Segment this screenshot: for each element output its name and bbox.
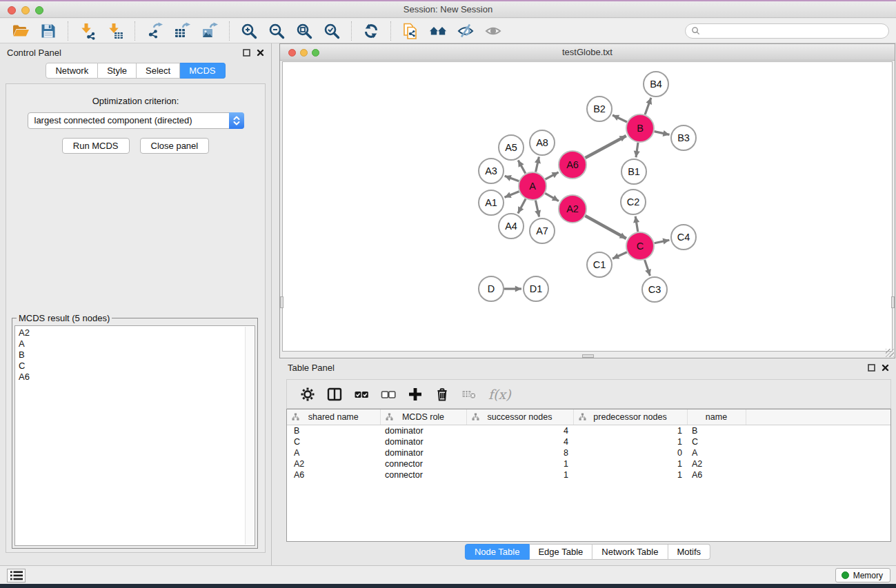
graph-edge-A-A5[interactable]	[518, 160, 526, 173]
graph-node-B2[interactable]: B2	[587, 97, 612, 121]
zoom-out-button[interactable]	[263, 20, 290, 42]
table-cell[interactable]: A6	[687, 469, 746, 480]
graph-node-C3[interactable]: C3	[642, 277, 667, 302]
graph-node-A8[interactable]: A8	[530, 130, 555, 155]
table-cell[interactable]: C	[687, 436, 746, 447]
graph-node-B4[interactable]: B4	[644, 72, 668, 97]
frame-resize-handle-bottom[interactable]	[582, 354, 594, 358]
graph-edge-B-B3[interactable]	[655, 132, 670, 135]
graph-node-C1[interactable]: C1	[587, 252, 612, 277]
graph-edge-A-A1[interactable]	[505, 192, 519, 197]
table-cell[interactable]: 8	[466, 447, 573, 458]
table-cell[interactable]: 1	[466, 458, 573, 469]
search-field[interactable]	[685, 23, 889, 39]
graph-edge-A-A6[interactable]	[546, 172, 559, 179]
hide-selected-button[interactable]	[452, 20, 479, 42]
mcds-result-item[interactable]: A	[19, 338, 251, 349]
deselect-all-rows-icon[interactable]	[381, 387, 396, 402]
graph-edge-A2-C[interactable]	[585, 216, 626, 239]
table-cell[interactable]: 1	[573, 436, 687, 447]
network-window-titlebar[interactable]: testGlobe.txt	[280, 44, 895, 61]
add-column-icon[interactable]	[408, 387, 423, 402]
table-cell[interactable]: B	[687, 425, 746, 436]
graph-node-D1[interactable]: D1	[524, 276, 548, 301]
graph-edge-C-C1[interactable]	[613, 252, 627, 259]
run-mcds-button[interactable]: Run MCDS	[62, 138, 130, 154]
table-cell[interactable]: 0	[573, 447, 687, 458]
tab-network[interactable]: Network	[46, 63, 98, 79]
first-neighbors-button[interactable]	[424, 20, 452, 42]
column-header-name[interactable]: name	[687, 409, 746, 425]
select-all-rows-icon[interactable]	[354, 387, 369, 402]
tab-style[interactable]: Style	[98, 63, 137, 79]
graph-node-C[interactable]: C	[626, 232, 654, 260]
graph-node-B3[interactable]: B3	[671, 125, 696, 150]
mcds-result-item[interactable]: C	[19, 361, 251, 372]
float-panel-icon[interactable]	[243, 49, 250, 57]
float-panel-icon[interactable]	[868, 364, 875, 372]
column-visibility-icon[interactable]	[327, 387, 342, 402]
table-cell[interactable]: A	[287, 447, 380, 458]
table-cell[interactable]: 1	[573, 425, 687, 436]
result-scrollbar[interactable]	[245, 327, 254, 545]
column-header-predecessor-nodes[interactable]: predecessor nodes	[573, 409, 687, 425]
select-stepper-icon[interactable]	[229, 112, 244, 129]
graph-node-D[interactable]: D	[479, 276, 504, 301]
graph-node-C4[interactable]: C4	[671, 225, 696, 250]
zoom-in-button[interactable]	[235, 20, 263, 42]
frame-resize-handle-right[interactable]	[891, 296, 895, 308]
graph-node-A3[interactable]: A3	[479, 159, 504, 183]
graph-edge-A-A7[interactable]	[535, 201, 539, 217]
open-session-button[interactable]	[7, 20, 34, 42]
mcds-result-item[interactable]: A6	[19, 372, 251, 383]
graph-edge-A-A3[interactable]	[505, 176, 519, 181]
graph-node-A2[interactable]: A2	[559, 195, 586, 223]
column-header-shared-name[interactable]: shared name	[287, 409, 380, 425]
mcds-result-item[interactable]: A2	[19, 327, 251, 338]
table-cell[interactable]: connector	[380, 469, 466, 480]
graph-edge-B-B1[interactable]	[636, 143, 638, 157]
search-input[interactable]	[704, 26, 883, 36]
tab-mcds[interactable]: MCDS	[180, 63, 225, 79]
table-cell[interactable]: 1	[573, 458, 687, 469]
table-cell[interactable]: 4	[466, 436, 573, 447]
export-table-button[interactable]	[168, 20, 196, 42]
graph-node-A5[interactable]: A5	[499, 135, 524, 160]
mcds-result-list[interactable]: A2ABCA6	[14, 325, 255, 546]
zoom-selected-button[interactable]	[318, 20, 346, 42]
table-cell[interactable]: A2	[287, 458, 380, 469]
column-header-MCDS-role[interactable]: MCDS role	[380, 409, 466, 425]
graph-node-A1[interactable]: A1	[479, 190, 504, 215]
mcds-result-item[interactable]: B	[19, 349, 251, 361]
tab-select[interactable]: Select	[137, 63, 180, 79]
graph-edge-A-A2[interactable]	[545, 193, 559, 201]
delete-columns-trash-icon[interactable]	[435, 387, 450, 402]
graph-node-B[interactable]: B	[626, 114, 654, 142]
network-canvas[interactable]: B4B2BB3A5A8A6A3B1AA1C2A2A4A7C4CC1C3DD1	[283, 62, 893, 352]
graph-edge-A6-B[interactable]	[586, 136, 626, 158]
table-cell[interactable]: dominator	[380, 425, 466, 436]
graph-node-A7[interactable]: A7	[530, 219, 555, 243]
graph-edge-C-C2[interactable]	[635, 216, 638, 232]
table-cell[interactable]: A2	[687, 458, 746, 469]
import-table-button[interactable]	[101, 20, 129, 42]
export-image-button[interactable]	[196, 20, 223, 42]
tab-network-table[interactable]: Network Table	[593, 544, 668, 560]
graph-edge-B-B2[interactable]	[613, 115, 627, 122]
graph-node-A4[interactable]: A4	[499, 214, 524, 239]
save-session-button[interactable]	[34, 20, 62, 42]
table-cell[interactable]: dominator	[380, 436, 466, 447]
tab-edge-table[interactable]: Edge Table	[529, 544, 593, 560]
table-cell[interactable]: A	[687, 447, 746, 458]
column-header-successor-nodes[interactable]: successor nodes	[466, 409, 573, 425]
tab-motifs[interactable]: Motifs	[668, 544, 710, 560]
graph-edge-B-B4[interactable]	[645, 98, 651, 114]
frame-resize-grip[interactable]	[886, 349, 894, 357]
table-cell[interactable]: C	[287, 436, 380, 447]
graph-edge-A-A4[interactable]	[518, 199, 526, 214]
table-cell[interactable]: A6	[287, 469, 380, 480]
graph-edge-C-C4[interactable]	[655, 240, 670, 243]
table-cell[interactable]: dominator	[380, 447, 466, 458]
import-network-button[interactable]	[74, 20, 101, 42]
close-panel-icon[interactable]	[257, 49, 264, 57]
